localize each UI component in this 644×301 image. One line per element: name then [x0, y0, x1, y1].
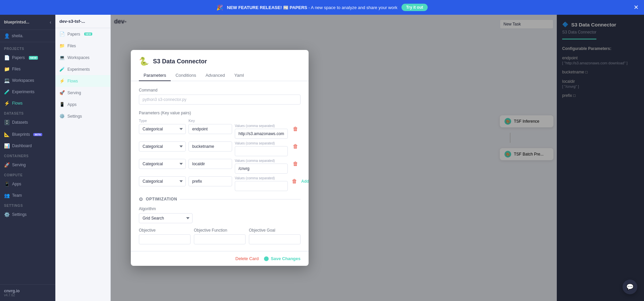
experiments-icon: 🧪: [4, 89, 9, 95]
party-icon: 🎉: [216, 4, 223, 11]
sidebar-label-serving: Serving: [12, 163, 26, 167]
delete-btn-localdir[interactable]: 🗑: [290, 159, 301, 169]
sub-sidebar-item-papers[interactable]: 📄 Papers NEW: [55, 28, 110, 40]
tab-yaml[interactable]: Yaml: [229, 70, 249, 81]
sub-apps-icon: 📱: [59, 102, 65, 107]
delete-card-button[interactable]: Delete Card: [235, 256, 259, 261]
papers-icon: 📄: [4, 55, 9, 60]
delete-btn-bucketname[interactable]: 🗑: [290, 141, 301, 152]
value-input-endpoint[interactable]: [235, 129, 288, 139]
sub-label-workspaces: Workspaces: [67, 55, 90, 60]
datasets-section-label: DATASETS: [0, 109, 55, 117]
value-input-localdir[interactable]: [235, 164, 288, 174]
sub-sidebar-item-apps[interactable]: 📱 Apps: [55, 99, 110, 110]
sub-sidebar-item-serving[interactable]: 🚀 Serving: [55, 87, 110, 99]
col-label-values: [235, 119, 288, 123]
modal-title: S3 Data Connector: [153, 58, 207, 65]
sub-experiments-icon: 🧪: [59, 67, 65, 72]
value-input-prefix[interactable]: [235, 181, 288, 191]
params-header-label: Parameters (Key value pairs): [139, 111, 301, 115]
chat-widget[interactable]: 💬: [623, 280, 637, 294]
objective-goal-label: Objective Goal: [249, 228, 301, 233]
tab-advanced[interactable]: Advanced: [201, 70, 230, 81]
sidebar-header: blueprintsd... ‹: [0, 15, 55, 30]
serving-icon: 🚀: [4, 162, 9, 168]
value-input-bucketname[interactable]: [235, 146, 288, 156]
key-input-endpoint[interactable]: [189, 124, 232, 134]
sidebar-item-workspaces[interactable]: 💻 Workspaces: [0, 75, 55, 86]
sub-label-apps: Apps: [67, 102, 76, 107]
sidebar-nav: PROJECTS 📄 Papers NEW 📁 Files 💻 Workspac…: [0, 42, 55, 284]
objective-function-section: Objective Function: [194, 228, 246, 244]
flows-icon: ⚡: [4, 101, 9, 106]
settings-icon: ⚙️: [4, 212, 9, 217]
compute-section-label: COMPUTE: [0, 171, 55, 178]
sidebar-item-experiments[interactable]: 🧪 Experiments: [0, 86, 55, 98]
sidebar-item-apps[interactable]: 📱 Apps: [0, 178, 55, 190]
sidebar-label-papers: Papers: [12, 55, 25, 60]
dashboard-icon: 📊: [4, 143, 9, 148]
files-icon: 📁: [4, 66, 9, 72]
sidebar-item-dashboard[interactable]: 📊 Dashboard: [0, 140, 55, 152]
try-it-button[interactable]: Try it out: [401, 4, 428, 11]
sidebar-item-settings[interactable]: ⚙️ Settings: [0, 209, 55, 220]
delete-btn-endpoint[interactable]: 🗑: [290, 124, 301, 134]
sub-files-icon: 📁: [59, 43, 65, 48]
add-param-button[interactable]: Add: [300, 177, 309, 186]
sidebar-item-blueprints[interactable]: 📐 Blueprints BETA: [0, 129, 55, 140]
key-input-bucketname[interactable]: [189, 141, 232, 152]
sidebar-label-dashboard: Dashboard: [12, 143, 32, 148]
values-label-prefix: Values (comma separated): [235, 176, 288, 180]
algorithm-select[interactable]: Grid Search Random Search Bayesian: [139, 213, 193, 223]
top-banner: 🎉 NEW FEATURE RELEASE! 📰 PAPERS - A new …: [0, 0, 644, 15]
sub-papers-icon: 📄: [59, 32, 65, 37]
objective-function-label: Objective Function: [194, 228, 246, 233]
sub-sidebar-item-settings[interactable]: ⚙️ Settings: [55, 110, 110, 122]
sidebar-item-files[interactable]: 📁 Files: [0, 63, 55, 75]
command-input[interactable]: [139, 95, 301, 105]
key-input-localdir[interactable]: [189, 159, 232, 169]
col-label-type: Type: [139, 119, 186, 123]
sidebar-label-flows: Flows: [12, 101, 22, 106]
sidebar-label-experiments: Experiments: [12, 89, 35, 94]
sidebar-collapse-button[interactable]: ‹: [50, 19, 51, 25]
sub-sidebar-item-workspaces[interactable]: 💻 Workspaces: [55, 52, 110, 63]
algorithm-section: Algorithm Grid Search Random Search Baye…: [139, 206, 301, 223]
sidebar-item-serving[interactable]: 🚀 Serving: [0, 159, 55, 171]
sub-sidebar-item-experiments[interactable]: 🧪 Experiments: [55, 63, 110, 75]
tab-parameters[interactable]: Parameters: [139, 70, 171, 81]
delete-btn-prefix[interactable]: 🗑: [290, 176, 299, 186]
sub-papers-badge: NEW: [84, 33, 92, 36]
sub-sidebar-item-files[interactable]: 📁 Files: [55, 40, 110, 52]
type-select-bucketname[interactable]: Categorical Integer Float: [139, 141, 186, 152]
sub-label-files: Files: [67, 44, 76, 48]
sidebar-footer: cnvrg.io v4.7.62: [0, 284, 55, 301]
sub-sidebar-item-flows[interactable]: ⚡ Flows: [55, 75, 110, 87]
save-label: Save Changes: [271, 256, 301, 261]
sidebar-item-papers[interactable]: 📄 Papers NEW: [0, 52, 55, 63]
optimization-header: ⊙ OPTIMIZATION: [139, 196, 301, 202]
objective-goal-input[interactable]: [249, 234, 301, 244]
type-select-localdir[interactable]: Categorical Integer Float: [139, 159, 186, 169]
objective-input[interactable]: [139, 234, 191, 244]
key-input-prefix[interactable]: [189, 176, 232, 186]
sidebar-logo: blueprintsd...: [4, 20, 29, 24]
sub-label-flows: Flows: [67, 79, 78, 83]
type-select-endpoint[interactable]: Categorical Integer Float: [139, 124, 186, 134]
objective-function-input[interactable]: [194, 234, 246, 244]
sidebar-item-flows[interactable]: ⚡ Flows: [0, 98, 55, 109]
sub-label-serving: Serving: [67, 91, 81, 95]
sidebar-item-datasets[interactable]: 🗄️ Datasets: [0, 117, 55, 128]
param-row-bucketname: Categorical Integer Float Values (comma …: [139, 141, 301, 156]
optimization-collapse-icon[interactable]: ⊙: [139, 196, 143, 202]
sidebar-item-team[interactable]: 👥 Team: [0, 190, 55, 201]
tab-conditions[interactable]: Conditions: [171, 70, 201, 81]
sub-settings-icon: ⚙️: [59, 114, 65, 119]
sidebar-label-datasets: Datasets: [12, 120, 28, 125]
value-group-localdir: Values (comma separated): [235, 159, 288, 174]
banner-close-button[interactable]: ✕: [634, 4, 639, 11]
type-select-prefix[interactable]: Categorical Integer Float: [139, 176, 186, 186]
param-column-headers: Type Key: [139, 119, 301, 123]
optimization-divider: [180, 199, 301, 199]
save-changes-button[interactable]: Save Changes: [264, 256, 301, 261]
